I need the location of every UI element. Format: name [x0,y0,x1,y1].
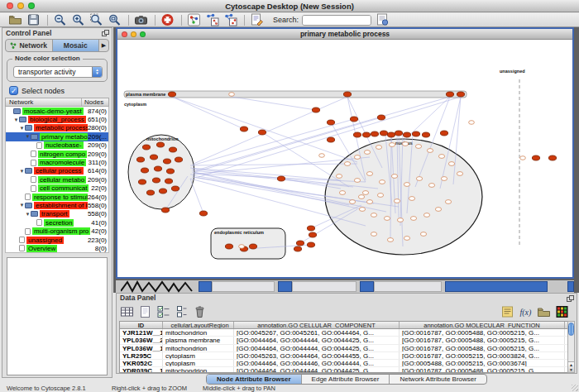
table-row[interactable]: YDR039C__1mitochondrion[GO:0044464, GO:0… [120,367,568,373]
tree-item-overview[interactable]: Overview8(0) [6,244,108,252]
network-node[interactable] [548,155,556,160]
tree-item-unassigned[interactable]: unassigned223(0) [6,236,108,244]
network-node[interactable] [404,237,409,241]
expander-icon[interactable]: ▼ [19,203,25,208]
network-node[interactable] [169,147,176,152]
tree-item-multi-organism-pro[interactable]: multi-organism pro42(0) [6,227,108,235]
network-node[interactable] [163,159,170,164]
tree-item-nucleobase-[interactable]: nucleobase-209(0) [6,141,108,150]
network-window-titlebar[interactable]: primary metabolic process [117,29,572,40]
network-node[interactable] [175,157,182,162]
network-node[interactable] [359,208,365,212]
snapshot-icon[interactable] [134,13,148,26]
network-node[interactable] [397,218,403,222]
vizmapper-icon[interactable] [187,13,201,26]
network-node[interactable] [141,168,148,173]
delete-attribute-icon[interactable] [193,305,207,318]
background-window-fragment[interactable] [360,281,374,292]
column-header-annotation-go-cellular-component[interactable]: annotation.GO CELLULAR_COMPONENT [234,322,400,328]
tree-header-nodes[interactable]: Nodes [82,98,108,106]
network-node[interactable] [445,200,451,204]
network-node[interactable] [532,155,539,160]
network-node[interactable] [154,166,161,171]
node-color-dropdown[interactable]: transporter activity ▲▼ [13,66,103,78]
tab-network-attribute-browser[interactable]: Network Attribute Browser [390,375,486,384]
network-node[interactable] [427,149,433,153]
tree-item-primary-metabo[interactable]: ▼primary metabo209(... [6,132,108,141]
network-node[interactable] [412,131,419,136]
network-node[interactable] [440,131,447,136]
column-header-annotation-go-molecular-function[interactable]: annotation.GO MOLECULAR_FUNCTION [400,322,565,328]
expander-icon[interactable]: ▼ [25,134,31,139]
network-close-button[interactable] [122,31,127,37]
table-row[interactable]: YLR295Ccytoplasm[GO:0045263, GO:0044464,… [120,352,568,360]
background-window-fragment[interactable] [212,281,275,292]
table-scrollbar[interactable]: ▲▼ [567,321,575,373]
network-node[interactable] [350,117,357,122]
tab-network[interactable]: Network [6,40,53,51]
table-row[interactable]: YPL036W__2plasma membrane[GO:0044464, GO… [120,337,568,344]
configure-search-icon[interactable] [376,13,390,26]
network-node[interactable] [171,186,179,191]
function-builder-icon[interactable]: f(x) [519,305,533,318]
network-node[interactable] [457,172,462,176]
network-node[interactable] [469,121,475,125]
expander-icon[interactable]: ▼ [13,117,19,122]
help-icon[interactable] [160,13,175,26]
network-node[interactable] [362,191,368,195]
network-node[interactable] [422,132,429,137]
network-node[interactable] [435,208,441,212]
tab-mosaic[interactable]: Mosaic [53,40,100,51]
scrollbar-arrows[interactable]: ▲▼ [568,361,574,372]
network-minimize-button[interactable] [131,31,136,37]
network-node[interactable] [380,131,387,136]
network-node[interactable] [229,93,235,97]
network-node[interactable] [377,194,383,198]
network-node[interactable] [364,151,370,155]
network-node[interactable] [371,232,376,237]
new-network-selected-edges-icon[interactable] [223,13,237,26]
tree-item-nitrogen-compo[interactable]: nitrogen compo209(0) [6,150,108,158]
network-node[interactable] [371,131,378,136]
network-node[interactable] [225,244,232,249]
network-node[interactable] [307,226,314,231]
tree-item-secretion[interactable]: secretion41(0) [6,218,108,227]
network-node[interactable] [387,132,395,137]
network-node[interactable] [420,232,426,237]
network-node[interactable] [353,132,361,137]
network-node[interactable] [354,155,360,160]
network-node[interactable] [152,178,160,183]
table-row[interactable]: YPL036W__1mitochondrion[GO:0044464, GO:0… [120,345,568,352]
network-node[interactable] [343,92,351,97]
network-node[interactable] [366,172,372,176]
tab-scroll-right-icon[interactable]: ▶ [99,40,108,51]
network-node[interactable] [423,213,429,218]
network-node[interactable] [136,157,144,162]
network-node[interactable] [362,132,370,137]
network-node[interactable] [404,183,409,187]
network-node[interactable] [159,189,166,194]
new-attribute-icon[interactable] [138,305,152,318]
tree-item-metabolic-process[interactable]: ▼metabolic process280(0) [6,124,108,132]
zoom-fit-icon[interactable] [108,13,122,26]
network-node[interactable] [165,179,172,184]
close-button[interactable] [7,2,13,9]
network-node[interactable] [199,211,207,216]
network-node[interactable] [448,162,454,166]
network-node[interactable] [142,145,150,150]
float-panel-icon[interactable] [567,295,574,302]
tab-edge-attribute-browser[interactable]: Edge Attribute Browser [302,375,390,384]
network-node[interactable] [312,108,319,112]
network-node[interactable] [240,127,247,131]
network-node[interactable] [384,217,390,221]
network-canvas[interactable]: plasma membranecytoplasmmitochondrionnuc… [117,40,572,277]
network-node[interactable] [520,156,526,160]
network-node[interactable] [391,174,397,179]
network-node[interactable] [395,131,402,136]
network-node[interactable] [358,195,364,199]
tree-item-cellular-metabo[interactable]: cellular metabo209(0) [6,175,108,184]
table-row[interactable]: YKR052Ccytoplasm[GO:0044464, GO:0044446,… [120,360,568,367]
search-input[interactable] [303,16,371,25]
zoom-button[interactable] [28,2,35,9]
tab-node-attribute-browser[interactable]: Node Attribute Browser [207,375,302,384]
